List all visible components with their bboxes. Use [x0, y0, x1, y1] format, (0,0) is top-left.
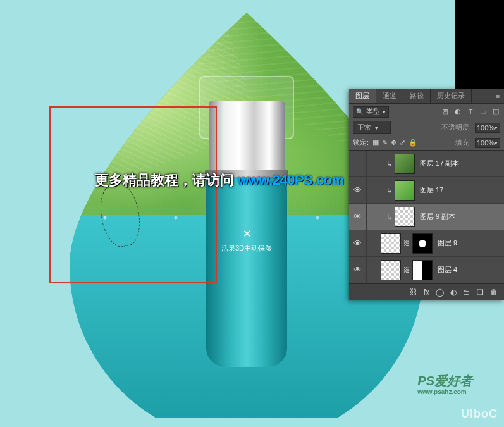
- layer-mask-thumbnail[interactable]: [412, 260, 433, 280]
- lock-all-icon[interactable]: 🔒: [409, 139, 417, 147]
- promo-prefix: 更多精品教程，请访问: [95, 172, 234, 188]
- layer-thumbnail[interactable]: [381, 233, 401, 254]
- panel-tab-bar: 图层 通道 路径 历史记录 ≡: [349, 89, 504, 104]
- layer-row[interactable]: 👁 ↳ 图层 17: [349, 177, 504, 204]
- blend-opacity-row: 正常 ▾ 不透明度: 100% ▾: [349, 120, 504, 135]
- link-layers-icon[interactable]: ⛓: [410, 288, 417, 297]
- tab-channels[interactable]: 通道: [376, 89, 403, 103]
- layers-panel-footer: ⛓ fx ◯ ◐ 🗀 ❏ 🗑: [349, 283, 504, 300]
- filter-type-icon[interactable]: T: [466, 108, 475, 116]
- blend-mode-select[interactable]: 正常 ▾: [353, 121, 391, 134]
- mask-link-icon[interactable]: ⛓: [403, 266, 410, 273]
- lock-transparency-icon[interactable]: ▦: [372, 139, 379, 147]
- new-group-icon[interactable]: 🗀: [463, 288, 470, 297]
- new-adjustment-icon[interactable]: ◐: [450, 288, 457, 297]
- layer-name[interactable]: 图层 17 副本: [420, 159, 459, 168]
- chevron-down-icon: ▾: [495, 125, 498, 131]
- layer-filter-kind-label: 类型: [366, 107, 380, 116]
- filter-pixel-icon[interactable]: ▧: [441, 108, 450, 116]
- chevron-down-icon: ▾: [375, 125, 378, 131]
- watermark-uiboc: UiboC: [461, 407, 498, 421]
- bottle-cap-metal: [209, 101, 285, 171]
- lock-brush-icon[interactable]: ✎: [382, 139, 388, 147]
- mask-link-icon[interactable]: ⛓: [403, 240, 410, 247]
- visibility-toggle[interactable]: 👁: [349, 257, 367, 283]
- layer-name[interactable]: 图层 9: [438, 238, 457, 248]
- clip-arrow-icon: ↳: [386, 213, 392, 221]
- layer-filter-icons: ▧ ◐ T ▭ ◫: [441, 108, 500, 116]
- fill-field[interactable]: 100% ▾: [475, 138, 500, 148]
- tab-paths[interactable]: 路径: [403, 89, 431, 103]
- opacity-value: 100%: [477, 124, 495, 132]
- bottle-brand-text: 活泉3D主动保湿: [206, 244, 287, 253]
- search-icon: 🔍: [356, 108, 364, 115]
- tab-layers[interactable]: 图层: [349, 89, 376, 103]
- layer-list: 👁 ↳ 图层 17 副本 👁 ↳ 图层 17 👁 ↳ 图层 9 副本 👁: [349, 151, 504, 283]
- visibility-toggle[interactable]: 👁: [349, 204, 367, 230]
- panel-menu-icon[interactable]: ≡: [491, 89, 504, 103]
- layer-row[interactable]: 👁 ⛓ 图层 9: [349, 230, 504, 257]
- visibility-toggle[interactable]: 👁: [349, 177, 367, 203]
- filter-adjustment-icon[interactable]: ◐: [453, 108, 462, 116]
- layers-panel: 图层 通道 路径 历史记录 ≡ 🔍 类型 ▾ ▧ ◐ T ▭ ◫ 正常 ▾ 不透…: [349, 89, 504, 300]
- opacity-field[interactable]: 100% ▾: [475, 123, 500, 133]
- layer-filter-row: 🔍 类型 ▾ ▧ ◐ T ▭ ◫: [349, 104, 504, 120]
- clip-arrow-icon: ↳: [386, 159, 392, 168]
- lock-fill-row: 锁定: ▦ ✎ ✥ ⤢ 🔒 填充: 100% ▾: [349, 135, 504, 151]
- delete-layer-icon[interactable]: 🗑: [490, 288, 498, 297]
- lock-label: 锁定:: [353, 138, 369, 147]
- layer-thumbnail[interactable]: ↳: [395, 154, 415, 174]
- bottle-label: ✕ 活泉3D主动保湿: [206, 228, 287, 253]
- blend-mode-value: 正常: [357, 123, 371, 132]
- layer-thumbnail[interactable]: ↳: [395, 180, 415, 201]
- chevron-down-icon: ▾: [495, 140, 498, 146]
- bottle-body: ✕ 活泉3D主动保湿: [206, 177, 287, 367]
- filter-smartobject-icon[interactable]: ◫: [491, 108, 500, 116]
- promo-overlay-text: 更多精品教程，请访问 www.240PS.com: [95, 171, 344, 190]
- watermark-psahz: PS爱好者 www.psahz.com: [417, 373, 472, 395]
- opacity-label: 不透明度:: [441, 123, 471, 132]
- layer-row[interactable]: 👁 ⛓ 图层 4: [349, 257, 504, 283]
- visibility-toggle[interactable]: 👁: [349, 151, 367, 176]
- lock-artboard-icon[interactable]: ⤢: [400, 139, 405, 147]
- tab-history[interactable]: 历史记录: [431, 89, 472, 103]
- butterfly-icon: ✕: [206, 228, 287, 240]
- layer-thumbnail[interactable]: ↳: [395, 207, 415, 227]
- add-mask-icon[interactable]: ◯: [436, 288, 444, 297]
- layer-name[interactable]: 图层 17: [420, 185, 443, 195]
- layer-name[interactable]: 图层 4: [438, 265, 457, 275]
- fill-value: 100%: [477, 139, 495, 147]
- layer-filter-kind-select[interactable]: 🔍 类型 ▾: [353, 106, 389, 118]
- layer-mask-thumbnail[interactable]: [412, 233, 433, 254]
- visibility-toggle[interactable]: 👁: [349, 230, 367, 256]
- promo-url: www.240PS.com: [238, 172, 344, 188]
- app-background-strip: [455, 0, 504, 89]
- clip-arrow-icon: ↳: [386, 186, 392, 194]
- layer-fx-icon[interactable]: fx: [424, 288, 429, 297]
- filter-shape-icon[interactable]: ▭: [479, 108, 488, 116]
- layer-row[interactable]: 👁 ↳ 图层 17 副本: [349, 151, 504, 177]
- layer-row[interactable]: 👁 ↳ 图层 9 副本: [349, 204, 504, 230]
- new-layer-icon[interactable]: ❏: [477, 288, 484, 297]
- layer-name[interactable]: 图层 9 副本: [420, 212, 455, 221]
- layer-thumbnail[interactable]: [381, 260, 401, 280]
- lock-position-icon[interactable]: ✥: [391, 139, 396, 147]
- fill-label: 填充:: [455, 138, 471, 147]
- chevron-down-icon: ▾: [383, 109, 386, 115]
